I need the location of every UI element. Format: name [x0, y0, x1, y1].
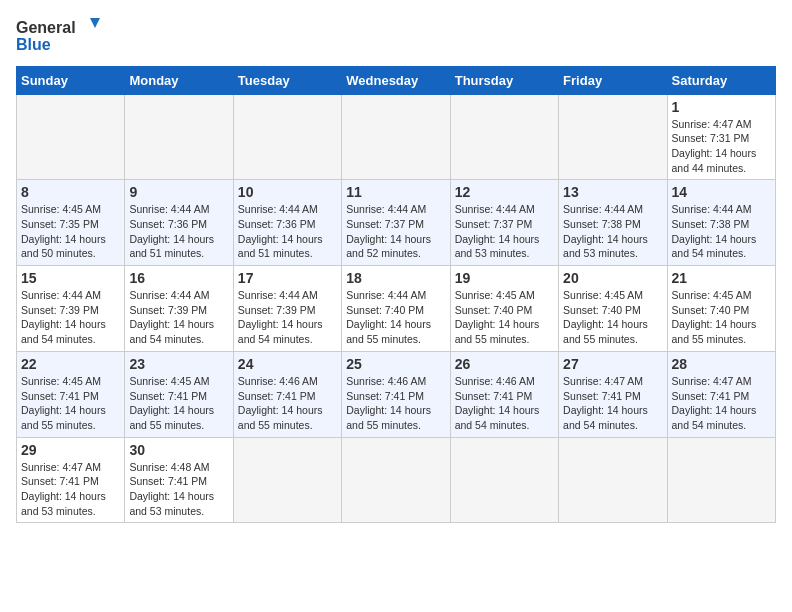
calendar-cell: 24Sunrise: 4:46 AMSunset: 7:41 PMDayligh…: [233, 351, 341, 437]
day-number: 27: [563, 356, 662, 372]
calendar-cell: [450, 437, 558, 523]
calendar-cell: 22Sunrise: 4:45 AMSunset: 7:41 PMDayligh…: [17, 351, 125, 437]
day-info: Sunrise: 4:44 AMSunset: 7:39 PMDaylight:…: [21, 288, 120, 347]
day-number: 30: [129, 442, 228, 458]
calendar-cell: 29Sunrise: 4:47 AMSunset: 7:41 PMDayligh…: [17, 437, 125, 523]
day-number: 24: [238, 356, 337, 372]
day-info: Sunrise: 4:47 AMSunset: 7:41 PMDaylight:…: [21, 460, 120, 519]
day-header-monday: Monday: [125, 66, 233, 94]
day-info: Sunrise: 4:45 AMSunset: 7:35 PMDaylight:…: [21, 202, 120, 261]
day-header-saturday: Saturday: [667, 66, 775, 94]
day-number: 15: [21, 270, 120, 286]
calendar-cell: 27Sunrise: 4:47 AMSunset: 7:41 PMDayligh…: [559, 351, 667, 437]
svg-text:Blue: Blue: [16, 36, 51, 53]
calendar-cell: 17Sunrise: 4:44 AMSunset: 7:39 PMDayligh…: [233, 266, 341, 352]
calendar-cell: 11Sunrise: 4:44 AMSunset: 7:37 PMDayligh…: [342, 180, 450, 266]
calendar-cell: [342, 94, 450, 180]
calendar-week-row: 29Sunrise: 4:47 AMSunset: 7:41 PMDayligh…: [17, 437, 776, 523]
calendar-cell: 19Sunrise: 4:45 AMSunset: 7:40 PMDayligh…: [450, 266, 558, 352]
day-info: Sunrise: 4:45 AMSunset: 7:41 PMDaylight:…: [21, 374, 120, 433]
day-number: 18: [346, 270, 445, 286]
day-header-tuesday: Tuesday: [233, 66, 341, 94]
calendar-cell: [559, 94, 667, 180]
calendar-cell: [450, 94, 558, 180]
day-info: Sunrise: 4:44 AMSunset: 7:38 PMDaylight:…: [563, 202, 662, 261]
calendar-cell: [559, 437, 667, 523]
day-number: 17: [238, 270, 337, 286]
day-info: Sunrise: 4:45 AMSunset: 7:41 PMDaylight:…: [129, 374, 228, 433]
calendar-cell: 20Sunrise: 4:45 AMSunset: 7:40 PMDayligh…: [559, 266, 667, 352]
calendar-cell: 12Sunrise: 4:44 AMSunset: 7:37 PMDayligh…: [450, 180, 558, 266]
calendar-week-row: 15Sunrise: 4:44 AMSunset: 7:39 PMDayligh…: [17, 266, 776, 352]
day-number: 13: [563, 184, 662, 200]
day-info: Sunrise: 4:44 AMSunset: 7:37 PMDaylight:…: [455, 202, 554, 261]
calendar-cell: 15Sunrise: 4:44 AMSunset: 7:39 PMDayligh…: [17, 266, 125, 352]
day-number: 10: [238, 184, 337, 200]
day-info: Sunrise: 4:44 AMSunset: 7:40 PMDaylight:…: [346, 288, 445, 347]
day-info: Sunrise: 4:47 AMSunset: 7:41 PMDaylight:…: [563, 374, 662, 433]
day-number: 14: [672, 184, 771, 200]
calendar-cell: [667, 437, 775, 523]
calendar-cell: [17, 94, 125, 180]
svg-marker-1: [90, 18, 100, 28]
calendar-week-row: 22Sunrise: 4:45 AMSunset: 7:41 PMDayligh…: [17, 351, 776, 437]
logo-wordmark: General Blue: [16, 16, 106, 58]
calendar-cell: 14Sunrise: 4:44 AMSunset: 7:38 PMDayligh…: [667, 180, 775, 266]
day-number: 21: [672, 270, 771, 286]
day-info: Sunrise: 4:46 AMSunset: 7:41 PMDaylight:…: [346, 374, 445, 433]
day-info: Sunrise: 4:46 AMSunset: 7:41 PMDaylight:…: [238, 374, 337, 433]
day-info: Sunrise: 4:44 AMSunset: 7:36 PMDaylight:…: [238, 202, 337, 261]
calendar-cell: 21Sunrise: 4:45 AMSunset: 7:40 PMDayligh…: [667, 266, 775, 352]
day-info: Sunrise: 4:44 AMSunset: 7:38 PMDaylight:…: [672, 202, 771, 261]
day-info: Sunrise: 4:46 AMSunset: 7:41 PMDaylight:…: [455, 374, 554, 433]
day-info: Sunrise: 4:48 AMSunset: 7:41 PMDaylight:…: [129, 460, 228, 519]
day-info: Sunrise: 4:45 AMSunset: 7:40 PMDaylight:…: [672, 288, 771, 347]
calendar-table: SundayMondayTuesdayWednesdayThursdayFrid…: [16, 66, 776, 524]
calendar-cell: [233, 94, 341, 180]
day-info: Sunrise: 4:47 AMSunset: 7:41 PMDaylight:…: [672, 374, 771, 433]
day-number: 19: [455, 270, 554, 286]
logo-svg: General Blue: [16, 16, 106, 54]
calendar-cell: 9Sunrise: 4:44 AMSunset: 7:36 PMDaylight…: [125, 180, 233, 266]
day-number: 20: [563, 270, 662, 286]
calendar-cell: [125, 94, 233, 180]
day-number: 23: [129, 356, 228, 372]
logo: General Blue: [16, 16, 106, 58]
day-info: Sunrise: 4:44 AMSunset: 7:39 PMDaylight:…: [238, 288, 337, 347]
calendar-cell: 30Sunrise: 4:48 AMSunset: 7:41 PMDayligh…: [125, 437, 233, 523]
calendar-body: 1Sunrise: 4:47 AMSunset: 7:31 PMDaylight…: [17, 94, 776, 523]
calendar-cell: 26Sunrise: 4:46 AMSunset: 7:41 PMDayligh…: [450, 351, 558, 437]
day-info: Sunrise: 4:44 AMSunset: 7:39 PMDaylight:…: [129, 288, 228, 347]
day-header-thursday: Thursday: [450, 66, 558, 94]
day-info: Sunrise: 4:45 AMSunset: 7:40 PMDaylight:…: [563, 288, 662, 347]
calendar-cell: [342, 437, 450, 523]
calendar-cell: 8Sunrise: 4:45 AMSunset: 7:35 PMDaylight…: [17, 180, 125, 266]
calendar-week-row: 1Sunrise: 4:47 AMSunset: 7:31 PMDaylight…: [17, 94, 776, 180]
calendar-cell: 28Sunrise: 4:47 AMSunset: 7:41 PMDayligh…: [667, 351, 775, 437]
day-header-sunday: Sunday: [17, 66, 125, 94]
day-info: Sunrise: 4:44 AMSunset: 7:36 PMDaylight:…: [129, 202, 228, 261]
day-info: Sunrise: 4:44 AMSunset: 7:37 PMDaylight:…: [346, 202, 445, 261]
day-number: 26: [455, 356, 554, 372]
calendar-cell: 10Sunrise: 4:44 AMSunset: 7:36 PMDayligh…: [233, 180, 341, 266]
calendar-week-row: 8Sunrise: 4:45 AMSunset: 7:35 PMDaylight…: [17, 180, 776, 266]
day-number: 8: [21, 184, 120, 200]
day-number: 11: [346, 184, 445, 200]
calendar-cell: 1Sunrise: 4:47 AMSunset: 7:31 PMDaylight…: [667, 94, 775, 180]
day-header-wednesday: Wednesday: [342, 66, 450, 94]
day-number: 29: [21, 442, 120, 458]
calendar-cell: 13Sunrise: 4:44 AMSunset: 7:38 PMDayligh…: [559, 180, 667, 266]
day-number: 25: [346, 356, 445, 372]
day-info: Sunrise: 4:47 AMSunset: 7:31 PMDaylight:…: [672, 117, 771, 176]
day-header-friday: Friday: [559, 66, 667, 94]
day-number: 12: [455, 184, 554, 200]
day-info: Sunrise: 4:45 AMSunset: 7:40 PMDaylight:…: [455, 288, 554, 347]
calendar-cell: 23Sunrise: 4:45 AMSunset: 7:41 PMDayligh…: [125, 351, 233, 437]
day-number: 9: [129, 184, 228, 200]
day-number: 1: [672, 99, 771, 115]
calendar-cell: 16Sunrise: 4:44 AMSunset: 7:39 PMDayligh…: [125, 266, 233, 352]
calendar-cell: 25Sunrise: 4:46 AMSunset: 7:41 PMDayligh…: [342, 351, 450, 437]
calendar-cell: [233, 437, 341, 523]
day-number: 16: [129, 270, 228, 286]
day-number: 22: [21, 356, 120, 372]
